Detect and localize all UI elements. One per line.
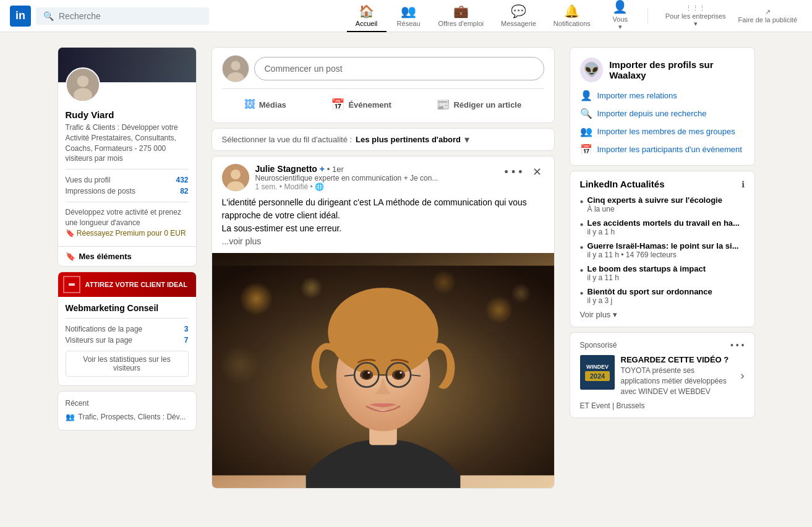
left-sidebar: Rudy Viard Trafic & Clients : Développer… xyxy=(58,47,197,431)
svg-point-13 xyxy=(300,276,322,299)
svg-point-31 xyxy=(367,372,370,374)
author-connection: • 1er xyxy=(327,165,344,174)
media-action[interactable]: 🖼 Médias xyxy=(237,94,294,115)
waalaxy-header: 👽 Importer des profils sur Waalaxy xyxy=(580,58,745,82)
nav-item-reseau[interactable]: 👥 Réseau xyxy=(389,0,429,32)
chevron-down-icon: ▾ xyxy=(464,134,469,145)
avatar[interactable] xyxy=(66,67,100,102)
company-card: ATTIREZ VOTRE CLIENT IDEAL Webmarketing … xyxy=(58,272,197,386)
grid-icon: ⋮⋮⋮ xyxy=(685,4,706,12)
bullet-icon: ● xyxy=(580,289,584,296)
post-author-name[interactable]: Julie Stagnetto + • 1er xyxy=(255,164,496,174)
post-creator: Commencer un post 🖼 Médias 📅 Événement 📰… xyxy=(212,47,555,123)
svg-point-17 xyxy=(220,346,259,384)
post-author-info: Julie Stagnetto + • 1er Neuroscientifiqu… xyxy=(255,164,496,191)
company-banner: ATTIREZ VOTRE CLIENT IDEAL xyxy=(58,272,196,297)
search-bar[interactable]: 🔍 xyxy=(36,7,209,25)
waalaxy-link-relations[interactable]: 👤 Importer mes relations xyxy=(580,90,745,101)
group-icon: 👥 xyxy=(66,413,75,421)
nav-item-vous-label: Vous xyxy=(613,15,628,23)
main-feed: Commencer un post 🖼 Médias 📅 Événement 📰… xyxy=(212,47,555,489)
article-icon: 📰 xyxy=(436,98,450,111)
divider xyxy=(66,202,189,202)
bullet-icon: ● xyxy=(580,267,584,273)
post-meta: 1 sem. • Modifié • 🌐 xyxy=(255,182,496,191)
nav-item-emploi[interactable]: 💼 Offres d'emploi xyxy=(431,0,491,32)
article-action[interactable]: 📰 Rédiger un article xyxy=(429,94,529,115)
list-item: ● Guerre Israël-Hamas: le point sur la s… xyxy=(580,241,745,259)
nav-item-vous[interactable]: 👤 Vous ▾ xyxy=(600,0,640,36)
filter-prefix: Sélectionner la vue du fil d'actualité : xyxy=(222,135,353,144)
bookmarks-section[interactable]: 🔖 Mes éléments xyxy=(58,246,196,266)
bullet-icon: ● xyxy=(580,198,584,205)
nav-entreprises[interactable]: ⋮⋮⋮ Pour les entreprises ▾ xyxy=(660,1,731,32)
info-icon[interactable]: ℹ xyxy=(741,179,745,189)
nav-entreprises-label: Pour les entreprises xyxy=(665,12,726,20)
sponsored-header: Sponsorisé • • • xyxy=(580,340,745,350)
feed-filter[interactable]: Sélectionner la vue du fil d'actualité :… xyxy=(212,128,555,151)
premium-text: Développez votre activité et prenez une … xyxy=(66,208,181,227)
svg-point-12 xyxy=(239,282,273,315)
messaging-icon: 💬 xyxy=(511,4,526,19)
more-options-icon[interactable]: • • • xyxy=(502,165,525,180)
see-more-button[interactable]: ...voir plus xyxy=(222,236,262,246)
groups-icon: 👥 xyxy=(580,126,592,137)
post-author-title: Neuroscientifique experte en communicati… xyxy=(255,174,496,182)
company-logo xyxy=(63,276,80,293)
company-stats-button[interactable]: Voir les statistiques sur les visiteurs xyxy=(66,351,189,377)
news-headline-1[interactable]: Cinq experts à suivre sur l'écologie xyxy=(588,195,745,205)
bullet-icon: ● xyxy=(580,244,584,251)
author-badge: + xyxy=(320,164,327,174)
right-sidebar: 👽 Importer des profils sur Waalaxy 👤 Imp… xyxy=(570,47,755,418)
nav-center: 🏠 Accueil 👥 Réseau 💼 Offres d'emploi 💬 M… xyxy=(347,0,640,36)
news-headline-4[interactable]: Le boom des startups à impact xyxy=(588,264,745,273)
news-content: Les accidents mortels du travail en ha..… xyxy=(588,218,745,236)
filter-value: Les plus pertinents d'abord xyxy=(356,135,461,144)
nav-item-notifications[interactable]: 🔔 Notifications xyxy=(546,0,598,32)
close-icon[interactable]: ✕ xyxy=(530,164,544,180)
waalaxy-link-groupes[interactable]: 👥 Importer les membres de mes groupes xyxy=(580,126,745,137)
company-stat-notifications[interactable]: Notifications de la page 3 xyxy=(66,323,189,335)
premium-promo: Développez votre activité et prenez une … xyxy=(66,207,189,238)
recent-title: Récent xyxy=(66,399,189,408)
profile-stat-impressions[interactable]: Impressions de posts 82 xyxy=(66,186,189,197)
post-actions: 🖼 Médias 📅 Événement 📰 Rédiger un articl… xyxy=(222,88,544,115)
sponsored-headline[interactable]: REGARDEZ CETTE VIDÉO ? xyxy=(621,355,735,364)
premium-link[interactable]: 🔖 Réessayez Premium pour 0 EUR xyxy=(66,229,186,238)
linkedin-logo[interactable]: in xyxy=(10,6,31,27)
waalaxy-link-evenement[interactable]: 📅 Importer les participants d'un évèneme… xyxy=(580,144,745,155)
waalaxy-title: Importer des profils sur Waalaxy xyxy=(609,59,744,80)
svg-point-32 xyxy=(400,372,402,374)
company-stat-visitors[interactable]: Visiteurs sur la page 7 xyxy=(66,335,189,346)
nav-publicite[interactable]: ↗ Faire de la publicité xyxy=(733,4,802,27)
list-item[interactable]: 👥 Trafic, Prospects, Clients : Dév... xyxy=(66,411,189,422)
more-options-icon[interactable]: • • • xyxy=(730,340,744,350)
waalaxy-link-recherche[interactable]: 🔍 Importer depuis une recherche xyxy=(580,108,745,119)
news-headline-5[interactable]: Bientôt du sport sur ordonnance xyxy=(588,287,745,296)
profile-avatar-wrap xyxy=(66,67,100,102)
list-item: ● Cinq experts à suivre sur l'écologie À… xyxy=(580,195,745,213)
profile-icon: 👤 xyxy=(612,0,628,14)
profile-stat-views[interactable]: Vues du profil 432 xyxy=(66,174,189,186)
nav-item-messagerie[interactable]: 💬 Messagerie xyxy=(494,0,544,32)
see-more-button[interactable]: Voir plus ▾ xyxy=(580,310,745,319)
article-label: Rédiger un article xyxy=(453,100,521,109)
waalaxy-link-relations-text: Importer mes relations xyxy=(597,91,677,100)
news-sub-4: il y a 11 h xyxy=(588,273,745,282)
jobs-icon: 💼 xyxy=(453,4,469,19)
event-action[interactable]: 📅 Événement xyxy=(323,94,398,115)
recent-section: Récent 👥 Trafic, Prospects, Clients : Dé… xyxy=(58,391,197,431)
company-name[interactable]: Webmarketing Conseil xyxy=(66,303,189,313)
post-author-avatar[interactable] xyxy=(222,164,249,191)
nav-right: ⋮⋮⋮ Pour les entreprises ▾ ↗ Faire de la… xyxy=(660,1,802,32)
post-creator-top: Commencer un post xyxy=(222,55,544,82)
news-headline-3[interactable]: Guerre Israël-Hamas: le point sur la si.… xyxy=(588,241,745,251)
nav-item-reseau-label: Réseau xyxy=(397,20,421,27)
news-headline-2[interactable]: Les accidents mortels du travail en ha..… xyxy=(588,218,745,228)
profile-name[interactable]: Rudy Viard xyxy=(66,109,189,120)
nav-item-accueil[interactable]: 🏠 Accueil xyxy=(347,0,387,32)
search-input[interactable] xyxy=(59,11,202,21)
stat-views-value: 432 xyxy=(176,176,188,184)
news-sub-3: il y a 11 h • 14 769 lecteurs xyxy=(588,251,745,259)
post-creator-input[interactable]: Commencer un post xyxy=(254,57,544,80)
